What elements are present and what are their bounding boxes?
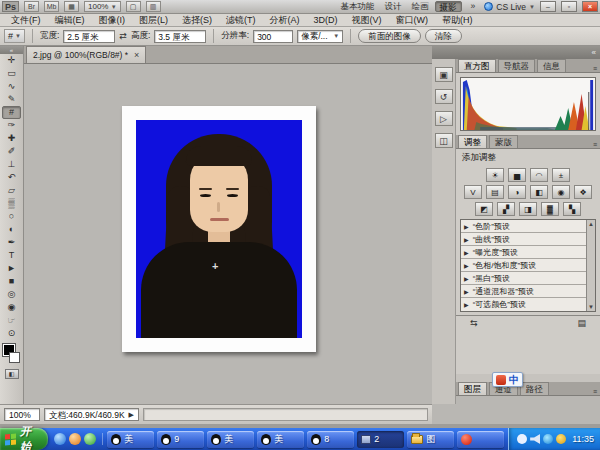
vibrance-icon[interactable]: V <box>464 185 482 199</box>
selective-color-icon[interactable]: ▚ <box>563 202 581 216</box>
channel-mixer-icon[interactable]: ❖ <box>574 185 592 199</box>
quick-mask-button[interactable]: ◧ <box>5 369 19 379</box>
panel-menu-icon[interactable]: ≡ <box>590 388 600 395</box>
arrange-documents-icon[interactable]: ▥ <box>146 1 161 12</box>
start-button[interactable]: 开始 <box>0 428 48 450</box>
media-player-button[interactable] <box>457 431 504 448</box>
threshold-icon[interactable]: ◨ <box>519 202 537 216</box>
qq-launch-icon[interactable] <box>84 433 96 445</box>
workspace-button[interactable]: 摄影 <box>435 1 462 12</box>
clone-stamp-tool[interactable]: ⊥ <box>2 158 21 171</box>
document-page[interactable]: + <box>122 106 316 352</box>
menu-item[interactable]: 编辑(E) <box>48 14 92 27</box>
crop-tool[interactable]: # <box>2 106 21 119</box>
preset-row[interactable]: ▶ “通道混和器”预设 <box>461 285 586 298</box>
panel-tab[interactable]: 直方图 <box>458 59 496 72</box>
swap-dimensions-icon[interactable]: ⇄ <box>119 31 127 41</box>
blur-tool[interactable]: ○ <box>2 210 21 223</box>
black-white-icon[interactable]: ◧ <box>530 185 548 199</box>
disclosure-triangle-icon[interactable]: ▶ <box>464 262 469 269</box>
mini-bridge-icon[interactable]: ▣ <box>435 67 453 82</box>
curves-icon[interactable]: ◠ <box>530 168 548 182</box>
disclosure-triangle-icon[interactable]: ▶ <box>464 301 469 308</box>
lasso-tool[interactable]: ∿ <box>2 80 21 93</box>
hue-saturation-icon[interactable]: ▤ <box>486 185 504 199</box>
menu-item[interactable]: 选择(S) <box>175 14 219 27</box>
marquee-tool[interactable]: ▭ <box>2 67 21 80</box>
history-panel-icon[interactable]: ↺ <box>435 89 453 104</box>
invert-icon[interactable]: ◩ <box>475 202 493 216</box>
photo-filter-icon[interactable]: ◉ <box>552 185 570 199</box>
panel-tab[interactable]: 蒙版 <box>489 135 518 148</box>
front-image-button[interactable]: 前面的图像 <box>358 29 421 43</box>
scroll-up-icon[interactable]: ▲ <box>588 220 594 228</box>
mini-bridge-icon[interactable]: Mb <box>44 1 59 12</box>
zoom-tool[interactable]: ⊙ <box>2 327 21 340</box>
healing-brush-tool[interactable]: ✚ <box>2 132 21 145</box>
volume-icon[interactable] <box>530 434 540 444</box>
panel-menu-icon[interactable]: ≡ <box>590 65 600 72</box>
restore-button[interactable]: ▫ <box>561 1 577 12</box>
minimize-button[interactable]: – <box>540 1 556 12</box>
active-window-button[interactable]: 2 <box>357 431 404 448</box>
styles-panel-icon[interactable]: ◫ <box>435 133 453 148</box>
menu-item[interactable]: 3D(D) <box>307 14 345 27</box>
workspace-button[interactable]: 基本功能 <box>337 1 379 12</box>
workspace-button[interactable]: 绘画 <box>408 1 433 12</box>
gradient-tool[interactable]: ▒ <box>2 197 21 210</box>
status-options-icon[interactable]: ▶ <box>129 409 134 421</box>
panel-tab[interactable]: 图层 <box>458 382 487 395</box>
menu-item[interactable]: 图像(I) <box>92 14 133 27</box>
view-extras-icon[interactable]: ▦ <box>64 1 79 12</box>
background-color-swatch[interactable] <box>9 352 20 363</box>
history-brush-tool[interactable]: ↶ <box>2 171 21 184</box>
disclosure-triangle-icon[interactable]: ▶ <box>464 223 469 230</box>
disclosure-triangle-icon[interactable]: ▶ <box>464 249 469 256</box>
3d-rotate-tool[interactable]: ◎ <box>2 288 21 301</box>
type-tool[interactable]: T <box>2 249 21 262</box>
actions-panel-icon[interactable]: ▷ <box>435 111 453 126</box>
preset-row[interactable]: ▶ “色阶”预设 <box>461 220 586 233</box>
preset-row[interactable]: ▶ “曝光度”预设 <box>461 246 586 259</box>
pen-tool[interactable]: ✒ <box>2 236 21 249</box>
levels-icon[interactable]: ▅ <box>508 168 526 182</box>
qq-window-button[interactable]: 美 <box>107 431 154 448</box>
menu-item[interactable]: 图层(L) <box>132 14 175 27</box>
color-balance-icon[interactable]: ◑ <box>508 185 526 199</box>
scroll-down-icon[interactable]: ▼ <box>588 303 594 311</box>
3d-camera-tool[interactable]: ◉ <box>2 301 21 314</box>
expanded-view-icon[interactable]: ▤ <box>577 318 586 328</box>
preset-row[interactable]: ▶ “黑白”预设 <box>461 272 586 285</box>
qq-window-button[interactable]: 8 <box>307 431 354 448</box>
posterize-icon[interactable]: ▞ <box>497 202 515 216</box>
panel-tab[interactable]: 信息 <box>537 59 566 72</box>
internet-explorer-icon[interactable] <box>54 433 66 445</box>
menu-item[interactable]: 分析(A) <box>263 14 307 27</box>
screen-mode-icon[interactable]: ▢ <box>126 1 141 12</box>
close-button[interactable]: × <box>582 1 598 12</box>
collapse-toolbar-icon[interactable]: « <box>0 46 23 54</box>
panel-tab[interactable]: 导航器 <box>498 59 536 72</box>
preset-row[interactable]: ▶ “曲线”预设 <box>461 233 586 246</box>
messenger-tray-icon[interactable] <box>517 434 527 444</box>
shape-tool[interactable]: ■ <box>2 275 21 288</box>
width-input[interactable]: 2.5 厘米 <box>63 30 115 43</box>
menu-item[interactable]: 视图(V) <box>345 14 389 27</box>
brush-tool[interactable]: ✐ <box>2 145 21 158</box>
qq-window-button[interactable]: 9 <box>157 431 204 448</box>
folder-window-button[interactable]: 图 <box>407 431 454 448</box>
move-tool[interactable]: ✛ <box>2 54 21 67</box>
workspace-overflow-icon[interactable]: » <box>467 1 480 12</box>
disclosure-triangle-icon[interactable]: ▶ <box>464 275 469 282</box>
crop-tool-preset[interactable]: #▼ <box>4 29 25 43</box>
qq-window-button[interactable]: 美 <box>257 431 304 448</box>
launch-bridge-icon[interactable]: Br <box>24 1 39 12</box>
panel-tab[interactable]: 调整 <box>458 135 487 148</box>
preset-row[interactable]: ▶ “色相/饱和度”预设 <box>461 259 586 272</box>
disclosure-triangle-icon[interactable]: ▶ <box>464 236 469 243</box>
menu-item[interactable]: 滤镜(T) <box>219 14 263 27</box>
preset-row[interactable]: ▶ “可选颜色”预设 <box>461 298 586 311</box>
resolution-input[interactable]: 300 <box>253 30 293 43</box>
security-shield-icon[interactable] <box>556 434 566 444</box>
quick-selection-tool[interactable]: ✎ <box>2 93 21 106</box>
